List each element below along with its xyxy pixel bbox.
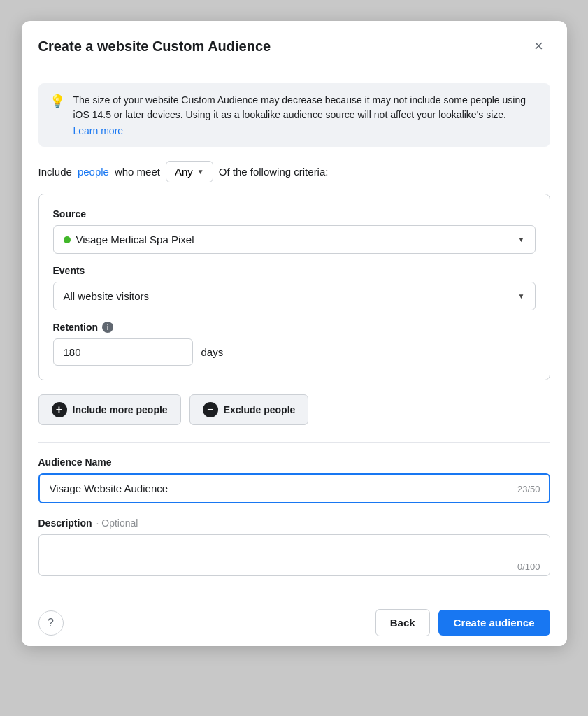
modal-body: 💡 The size of your website Custom Audien… bbox=[22, 69, 567, 599]
description-label: Description · Optional bbox=[38, 517, 550, 529]
retention-info-icon[interactable]: i bbox=[102, 322, 113, 333]
events-label: Events bbox=[53, 265, 536, 276]
banner-text: The size of your website Custom Audience… bbox=[73, 94, 526, 120]
retention-input[interactable] bbox=[53, 338, 193, 366]
exclude-label: Exclude people bbox=[224, 404, 296, 415]
people-text: people bbox=[78, 166, 109, 178]
events-chevron-icon: ▼ bbox=[518, 292, 525, 300]
audience-name-label: Audience Name bbox=[38, 457, 550, 468]
audience-input-wrapper: 23/50 bbox=[38, 473, 550, 503]
include-more-button[interactable]: + Include more people bbox=[38, 394, 181, 425]
banner-content: The size of your website Custom Audience… bbox=[73, 93, 539, 137]
description-input[interactable] bbox=[38, 534, 550, 576]
section-divider bbox=[38, 442, 550, 443]
modal-dialog: Create a website Custom Audience × 💡 The… bbox=[22, 21, 567, 646]
chevron-down-icon: ▼ bbox=[197, 168, 204, 176]
any-dropdown[interactable]: Any ▼ bbox=[166, 161, 213, 182]
source-label: Source bbox=[53, 208, 536, 220]
audience-name-input[interactable] bbox=[38, 473, 550, 503]
modal-footer: ? Back Create audience bbox=[22, 599, 567, 646]
modal-header: Create a website Custom Audience × bbox=[22, 21, 567, 69]
retention-row: days bbox=[53, 338, 536, 366]
create-audience-button[interactable]: Create audience bbox=[438, 610, 550, 636]
exclude-button[interactable]: − Exclude people bbox=[189, 394, 309, 425]
events-dropdown[interactable]: All website visitors ▼ bbox=[53, 282, 536, 310]
source-value: Visage Medical Spa Pixel bbox=[76, 234, 194, 245]
optional-label: · Optional bbox=[96, 517, 138, 529]
description-wrapper: 0/100 bbox=[38, 534, 550, 579]
minus-icon: − bbox=[203, 402, 218, 417]
close-button[interactable]: × bbox=[528, 35, 550, 57]
back-button[interactable]: Back bbox=[375, 609, 430, 636]
criteria-section: Source Visage Medical Spa Pixel ▼ Events… bbox=[38, 194, 550, 380]
description-char-count: 0/100 bbox=[517, 561, 540, 572]
plus-icon: + bbox=[52, 402, 67, 417]
criteria-row: Include people who meet Any ▼ Of the fol… bbox=[38, 161, 550, 182]
events-value: All website visitors bbox=[64, 290, 150, 302]
action-buttons: + Include more people − Exclude people bbox=[38, 394, 550, 425]
question-mark-icon: ? bbox=[48, 617, 54, 629]
days-label: days bbox=[201, 346, 224, 358]
learn-more-link[interactable]: Learn more bbox=[73, 125, 124, 136]
retention-label: Retention i bbox=[53, 322, 536, 333]
lightbulb-icon: 💡 bbox=[50, 94, 65, 137]
info-banner: 💡 The size of your website Custom Audien… bbox=[38, 83, 550, 147]
description-section: Description · Optional 0/100 bbox=[38, 517, 550, 579]
source-dropdown[interactable]: Visage Medical Spa Pixel ▼ bbox=[53, 225, 536, 254]
source-chevron-icon: ▼ bbox=[518, 236, 525, 243]
who-meet-text: who meet bbox=[115, 166, 160, 178]
audience-name-char-count: 23/50 bbox=[517, 483, 540, 494]
audience-name-section: Audience Name 23/50 bbox=[38, 457, 550, 503]
help-button[interactable]: ? bbox=[38, 610, 64, 636]
of-following-text: Of the following criteria: bbox=[219, 166, 329, 178]
any-label: Any bbox=[175, 166, 193, 178]
include-more-label: Include more people bbox=[73, 404, 168, 415]
include-text: Include bbox=[38, 166, 72, 178]
modal-title: Create a website Custom Audience bbox=[38, 38, 271, 55]
active-status-dot bbox=[64, 236, 71, 243]
modal-overlay: Create a website Custom Audience × 💡 The… bbox=[0, 0, 588, 716]
footer-right: Back Create audience bbox=[375, 609, 550, 636]
